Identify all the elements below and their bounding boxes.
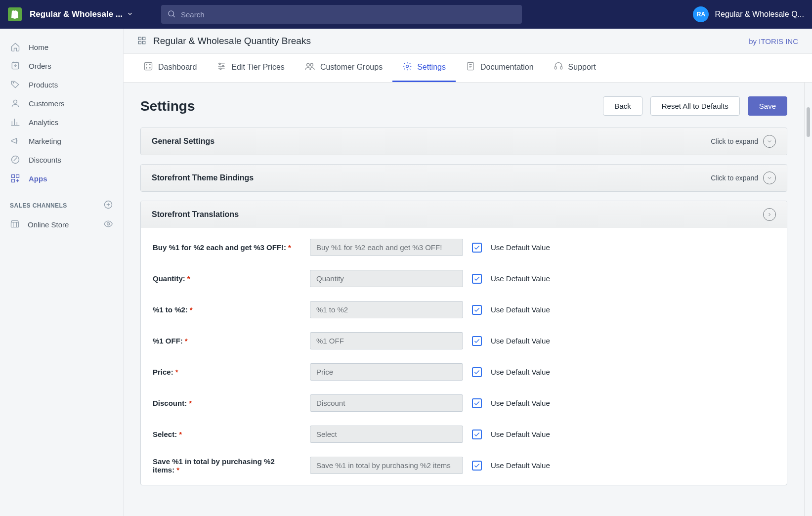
scrollbar-vertical[interactable]	[804, 83, 812, 516]
search-icon	[167, 9, 176, 20]
sidebar-item-marketing[interactable]: Marketing	[0, 131, 123, 150]
groups-icon	[304, 61, 315, 74]
tab-dashboard[interactable]: Dashboard	[133, 54, 207, 82]
translation-row: Select:* Use Default Value	[144, 419, 784, 450]
expand-hint: Click to expand	[711, 137, 758, 145]
headset-icon	[554, 61, 563, 73]
tab-label: Edit Tier Prices	[231, 63, 285, 72]
svg-rect-13	[143, 37, 145, 40]
use-default-label: Use Default Value	[491, 243, 550, 252]
tab-settings[interactable]: Settings	[392, 54, 456, 82]
translation-row: Buy %1 for %2 each and get %3 OFF!:* Use…	[144, 232, 784, 263]
tab-documentation[interactable]: Documentation	[456, 54, 544, 82]
svg-rect-7	[16, 175, 19, 178]
sidebar-item-analytics[interactable]: Analytics	[0, 113, 123, 131]
svg-rect-29	[560, 67, 562, 69]
translation-input[interactable]	[310, 394, 463, 412]
topbar: Regular & Wholesale ... RA Regular & Who…	[0, 0, 812, 29]
panel-header-bindings[interactable]: Storefront Theme Bindings Click to expan…	[141, 165, 787, 191]
gear-icon	[402, 61, 412, 73]
translation-input[interactable]	[310, 363, 463, 381]
tab-label: Support	[568, 63, 596, 72]
panel-header-general[interactable]: General Settings Click to expand	[141, 128, 787, 155]
page-title: Settings	[140, 98, 195, 114]
svg-point-18	[150, 64, 151, 65]
chevron-down-icon	[127, 10, 133, 19]
field-label: %1 to %2:*	[153, 305, 301, 314]
use-default-checkbox[interactable]	[472, 336, 482, 346]
translation-row: %1 OFF:* Use Default Value	[144, 325, 784, 356]
sidebar-item-customers[interactable]: Customers	[0, 94, 123, 113]
translation-input[interactable]	[310, 426, 463, 443]
sidebar-item-apps[interactable]: Apps	[0, 169, 123, 188]
sidebar-item-label: Customers	[29, 99, 65, 108]
field-label: Quantity:*	[153, 274, 301, 283]
tab-label: Documentation	[480, 63, 534, 72]
svg-point-4	[14, 100, 17, 103]
account-menu[interactable]: RA Regular & Wholesale Q...	[693, 6, 804, 22]
panel-header-translations[interactable]: Storefront Translations	[141, 201, 787, 228]
sidebar-item-discounts[interactable]: Discounts	[0, 150, 123, 169]
translation-input[interactable]	[310, 270, 463, 287]
search-input[interactable]	[181, 10, 516, 19]
tab-label: Customer Groups	[320, 63, 383, 72]
use-default-checkbox[interactable]	[472, 305, 482, 315]
use-default-label: Use Default Value	[491, 399, 550, 407]
tab-label: Settings	[417, 63, 446, 72]
document-icon	[466, 61, 475, 73]
sidebar-item-label: Products	[29, 81, 58, 89]
channel-label: Online Store	[28, 220, 69, 229]
translation-input[interactable]	[310, 332, 463, 349]
svg-rect-10	[11, 222, 19, 227]
account-name-label: Regular & Wholesale Q...	[715, 10, 804, 19]
reset-button[interactable]: Reset All to Defaults	[650, 96, 740, 116]
svg-rect-12	[138, 37, 141, 40]
app-vendor-link[interactable]: by ITORIS INC	[749, 37, 798, 45]
scrollbar-thumb[interactable]	[807, 107, 810, 137]
translation-input[interactable]	[310, 301, 463, 318]
shopify-logo-icon	[8, 7, 22, 21]
use-default-checkbox[interactable]	[472, 243, 482, 253]
field-label: Save %1 in total by purchasing %2 items:…	[153, 457, 301, 474]
sidebar-item-products[interactable]: Products	[0, 75, 123, 94]
svg-line-1	[173, 15, 174, 17]
use-default-checkbox[interactable]	[472, 398, 482, 408]
save-button[interactable]: Save	[748, 96, 787, 116]
sidebar-item-label: Marketing	[29, 137, 61, 145]
field-label: Buy %1 for %2 each and get %3 OFF!:*	[153, 243, 301, 252]
analytics-icon	[10, 117, 21, 128]
chevron-right-icon	[763, 208, 776, 221]
svg-point-24	[306, 64, 309, 67]
back-button[interactable]: Back	[603, 96, 642, 116]
translation-input[interactable]	[310, 239, 463, 256]
panel-title: General Settings	[152, 137, 214, 146]
svg-point-25	[310, 64, 313, 67]
use-default-label: Use Default Value	[491, 461, 550, 470]
field-label: Select:*	[153, 430, 301, 438]
use-default-checkbox[interactable]	[472, 430, 482, 439]
sidebar-item-label: Apps	[29, 174, 47, 183]
sidebar-item-home[interactable]: Home	[0, 38, 123, 56]
svg-rect-16	[145, 63, 152, 70]
svg-rect-28	[555, 67, 556, 69]
tab-customer-groups[interactable]: Customer Groups	[295, 54, 392, 82]
sidebar-item-label: Discounts	[29, 156, 61, 164]
store-switcher[interactable]: Regular & Wholesale ...	[30, 9, 133, 19]
global-search[interactable]	[161, 5, 522, 24]
sidebar-item-orders[interactable]: Orders	[0, 56, 123, 75]
eye-icon[interactable]	[103, 219, 113, 230]
svg-rect-15	[143, 41, 145, 43]
tab-edit-tier-prices[interactable]: Edit Tier Prices	[207, 54, 295, 82]
add-channel-button[interactable]	[103, 200, 113, 211]
tab-label: Dashboard	[158, 63, 197, 72]
use-default-checkbox[interactable]	[472, 274, 482, 284]
use-default-checkbox[interactable]	[472, 461, 482, 471]
sales-channels-header: SALES CHANNELS	[0, 188, 123, 215]
translation-row: Price:* Use Default Value	[144, 356, 784, 387]
tab-support[interactable]: Support	[544, 54, 606, 82]
translation-input[interactable]	[310, 457, 463, 474]
sidebar-item-label: Analytics	[29, 118, 58, 127]
use-default-checkbox[interactable]	[472, 367, 482, 377]
orders-icon	[10, 60, 21, 71]
channel-online-store[interactable]: Online Store	[0, 215, 123, 234]
